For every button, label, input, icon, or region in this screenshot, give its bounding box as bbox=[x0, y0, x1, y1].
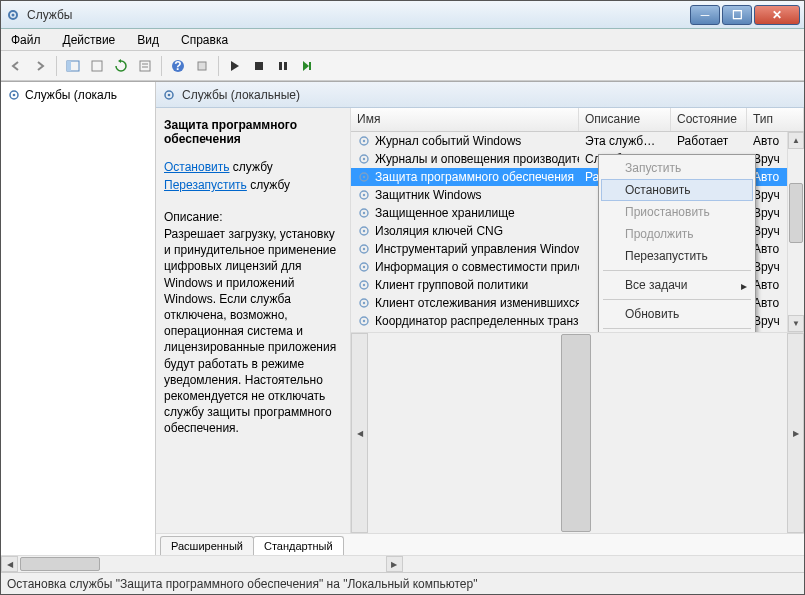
gear-icon bbox=[162, 88, 176, 102]
window-title: Службы bbox=[27, 8, 690, 22]
ctx-continue[interactable]: Продолжить bbox=[601, 223, 753, 245]
menu-file[interactable]: Файл bbox=[7, 31, 45, 49]
ctx-all-tasks[interactable]: Все задачи▸ bbox=[601, 274, 753, 296]
ctx-stop[interactable]: Остановить bbox=[601, 179, 753, 201]
tab-extended[interactable]: Расширенный bbox=[160, 536, 254, 555]
menu-view[interactable]: Вид bbox=[133, 31, 163, 49]
svg-rect-12 bbox=[279, 62, 282, 70]
scroll-right-icon[interactable]: ▶ bbox=[386, 556, 403, 572]
tree-root-services[interactable]: Службы (локаль bbox=[5, 86, 151, 104]
svg-rect-13 bbox=[284, 62, 287, 70]
chevron-right-icon: ▸ bbox=[741, 279, 747, 293]
service-name: Изоляция ключей CNG bbox=[375, 224, 503, 238]
svg-rect-10 bbox=[198, 62, 206, 70]
svg-point-34 bbox=[363, 266, 365, 268]
col-name[interactable]: Имя bbox=[351, 108, 579, 131]
gear-icon bbox=[357, 242, 371, 256]
svg-rect-14 bbox=[309, 62, 311, 70]
list-horizontal-scrollbar[interactable]: ◀ ▶ bbox=[351, 332, 804, 533]
gear-icon bbox=[357, 296, 371, 310]
right-pane: Службы (локальные) Защита программного о… bbox=[156, 82, 804, 555]
tab-standard[interactable]: Стандартный bbox=[253, 536, 344, 555]
service-state: Работает bbox=[671, 133, 747, 149]
scroll-down-icon[interactable]: ▼ bbox=[788, 315, 804, 332]
services-window: Службы ─ ☐ ✕ Файл Действие Вид Справка ? bbox=[0, 0, 805, 595]
refresh-button[interactable] bbox=[110, 55, 132, 77]
scroll-thumb[interactable] bbox=[20, 557, 100, 571]
menu-help[interactable]: Справка bbox=[177, 31, 232, 49]
svg-point-22 bbox=[363, 158, 365, 160]
ctx-start[interactable]: Запустить bbox=[601, 157, 753, 179]
col-state[interactable]: Состояние bbox=[671, 108, 747, 131]
gear-icon bbox=[357, 314, 371, 328]
menu-action[interactable]: Действие bbox=[59, 31, 120, 49]
vertical-scrollbar[interactable]: ▲ ▼ bbox=[787, 132, 804, 332]
ctx-refresh[interactable]: Обновить bbox=[601, 303, 753, 325]
pause-service-button[interactable] bbox=[272, 55, 294, 77]
gear-icon bbox=[357, 170, 371, 184]
back-button[interactable] bbox=[5, 55, 27, 77]
gear-icon bbox=[357, 188, 371, 202]
ctx-pause[interactable]: Приостановить bbox=[601, 201, 753, 223]
svg-point-38 bbox=[363, 302, 365, 304]
gear-icon bbox=[357, 224, 371, 238]
restart-link[interactable]: Перезапустить bbox=[164, 178, 247, 192]
svg-rect-11 bbox=[255, 62, 263, 70]
ctx-restart[interactable]: Перезапустить bbox=[601, 245, 753, 267]
scroll-thumb[interactable] bbox=[789, 183, 803, 243]
svg-text:?: ? bbox=[174, 59, 181, 73]
col-type[interactable]: Тип bbox=[747, 108, 804, 131]
selected-service-title: Защита программного обеспечения bbox=[164, 118, 342, 146]
service-desc: Эта служб… bbox=[579, 133, 671, 149]
close-button[interactable]: ✕ bbox=[754, 5, 800, 25]
properties-button[interactable] bbox=[134, 55, 156, 77]
titlebar[interactable]: Службы ─ ☐ ✕ bbox=[1, 1, 804, 29]
svg-point-40 bbox=[363, 320, 365, 322]
service-list: Имя Описание Состояние Тип Журнал событи… bbox=[351, 108, 804, 533]
gear-icon bbox=[357, 152, 371, 166]
svg-point-32 bbox=[363, 248, 365, 250]
scroll-right-icon[interactable]: ▶ bbox=[787, 333, 804, 533]
service-name: Журнал событий Windows bbox=[375, 134, 521, 148]
stop-link[interactable]: Остановить bbox=[164, 160, 230, 174]
svg-point-24 bbox=[363, 176, 365, 178]
gear-icon bbox=[357, 206, 371, 220]
service-row[interactable]: Журнал событий WindowsЭта служб…Работает… bbox=[351, 132, 804, 150]
app-gear-icon bbox=[5, 7, 21, 23]
service-name: Защитник Windows bbox=[375, 188, 482, 202]
export-button[interactable] bbox=[86, 55, 108, 77]
minimize-button[interactable]: ─ bbox=[690, 5, 720, 25]
service-name: Информация о совместимости прило… bbox=[375, 260, 579, 274]
description-text: Разрешает загрузку, установку и принудит… bbox=[164, 226, 342, 436]
stop-service-button[interactable] bbox=[248, 55, 270, 77]
scroll-up-icon[interactable]: ▲ bbox=[788, 132, 804, 149]
service-name: Защита программного обеспечения bbox=[375, 170, 574, 184]
restart-service-button[interactable] bbox=[296, 55, 318, 77]
view-tabs: Расширенный Стандартный bbox=[156, 533, 804, 555]
tree-horizontal-scrollbar[interactable]: ◀ ▶ bbox=[1, 555, 403, 572]
show-hide-tree-button[interactable] bbox=[62, 55, 84, 77]
svg-point-28 bbox=[363, 212, 365, 214]
tree-pane: Службы (локаль bbox=[1, 82, 156, 555]
svg-point-18 bbox=[168, 93, 171, 96]
svg-rect-3 bbox=[67, 61, 71, 71]
scroll-thumb[interactable] bbox=[561, 334, 591, 532]
svg-point-1 bbox=[12, 13, 15, 16]
svg-rect-4 bbox=[92, 61, 102, 71]
service-rows: Журнал событий WindowsЭта служб…Работает… bbox=[351, 132, 804, 332]
content-area: Службы (локаль Службы (локальные) Защита… bbox=[1, 81, 804, 555]
service-name: Инструментарий управления Windows bbox=[375, 242, 579, 256]
service-name: Журналы и оповещения производите… bbox=[375, 152, 579, 166]
help-icon[interactable]: ? bbox=[167, 55, 189, 77]
service-name: Клиент групповой политики bbox=[375, 278, 528, 292]
scroll-left-icon[interactable]: ◀ bbox=[351, 333, 368, 533]
svg-rect-5 bbox=[140, 61, 150, 71]
svg-point-30 bbox=[363, 230, 365, 232]
scroll-left-icon[interactable]: ◀ bbox=[1, 556, 18, 572]
svg-point-36 bbox=[363, 284, 365, 286]
col-desc[interactable]: Описание bbox=[579, 108, 671, 131]
tool-icon[interactable] bbox=[191, 55, 213, 77]
maximize-button[interactable]: ☐ bbox=[722, 5, 752, 25]
start-service-button[interactable] bbox=[224, 55, 246, 77]
forward-button[interactable] bbox=[29, 55, 51, 77]
